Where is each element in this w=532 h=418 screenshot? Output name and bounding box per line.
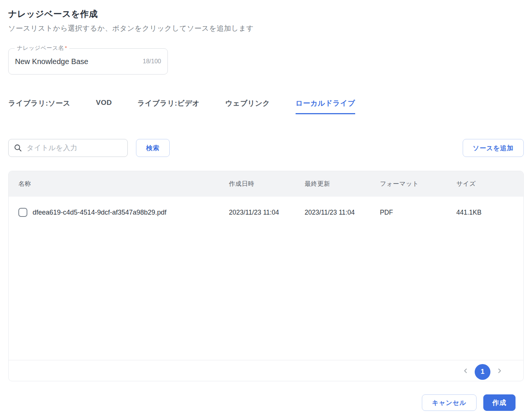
char-counter: 18/100	[143, 58, 161, 65]
tab-library-source[interactable]: ライブラリ:ソース	[8, 99, 70, 114]
chevron-right-icon	[496, 368, 502, 374]
page-subtitle: ソースリストから選択するか、ボタンをクリックしてソースを追加します	[8, 24, 524, 33]
toolbar: 検索 ソースを追加	[8, 139, 524, 157]
sources-table: 名称 作成日時 最終更新 フォーマット サイズ dfeea619-c4d5-45…	[8, 171, 524, 381]
column-header-size: サイズ	[456, 180, 523, 188]
pagination-prev-button[interactable]	[463, 368, 469, 374]
column-header-updated: 最終更新	[305, 180, 380, 188]
knowledge-base-name-input[interactable]	[15, 57, 138, 66]
source-tabs: ライブラリ:ソース VOD ライブラリ:ビデオ ウェブリンク ローカルドライブ	[8, 99, 524, 114]
file-name: dfeea619-c4d5-4514-9dcf-af3547a98b29.pdf	[33, 209, 170, 216]
column-header-name: 名称	[18, 180, 229, 188]
search-box	[8, 139, 128, 157]
table-empty-space	[9, 228, 523, 360]
column-header-created: 作成日時	[229, 180, 305, 188]
knowledge-base-name-field: ナレッジベース名* 18/100	[8, 48, 168, 75]
cancel-button[interactable]: キャンセル	[422, 394, 477, 411]
pagination: 1	[9, 360, 523, 381]
size-cell: 441.1KB	[456, 209, 523, 216]
create-knowledge-base-panel: ナレッジベースを作成 ソースリストから選択するか、ボタンをクリックしてソースを追…	[0, 0, 532, 411]
table-header-row: 名称 作成日時 最終更新 フォーマット サイズ	[9, 171, 523, 197]
pagination-next-button[interactable]	[496, 368, 502, 374]
chevron-left-icon	[463, 368, 469, 374]
search-button[interactable]: 検索	[136, 139, 170, 157]
row-checkbox[interactable]	[18, 208, 27, 217]
tab-library-video[interactable]: ライブラリ:ビデオ	[137, 99, 200, 114]
format-cell: PDF	[380, 209, 456, 216]
tab-web-link[interactable]: ウェブリンク	[225, 99, 270, 114]
page-title: ナレッジベースを作成	[8, 8, 524, 20]
required-asterisk: *	[65, 45, 67, 51]
knowledge-base-name-label: ナレッジベース名*	[15, 45, 69, 52]
created-at-cell: 2023/11/23 11:04	[229, 209, 305, 216]
pagination-page-1[interactable]: 1	[475, 364, 490, 380]
column-header-format: フォーマット	[380, 180, 456, 188]
tab-vod[interactable]: VOD	[96, 99, 112, 114]
updated-at-cell: 2023/11/23 11:04	[305, 209, 380, 216]
dialog-actions: キャンセル 作成	[8, 394, 524, 411]
tab-local-drive[interactable]: ローカルドライブ	[296, 99, 355, 114]
search-icon	[14, 144, 22, 152]
table-row[interactable]: dfeea619-c4d5-4514-9dcf-af3547a98b29.pdf…	[9, 197, 523, 228]
search-input[interactable]	[27, 144, 122, 152]
create-button[interactable]: 作成	[483, 394, 516, 411]
add-source-button[interactable]: ソースを追加	[463, 139, 524, 157]
